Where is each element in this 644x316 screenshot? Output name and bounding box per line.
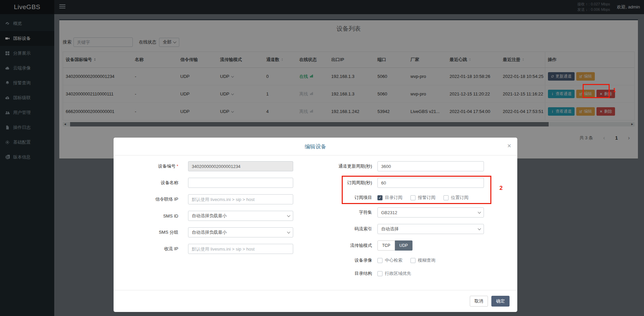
checkbox-label: 位置订阅 <box>451 195 468 201</box>
checkbox-label: 报警订阅 <box>418 195 435 201</box>
field-input-设备名称[interactable] <box>188 178 293 188</box>
form-row: 流传输模式TCPUDP <box>304 240 517 251</box>
field-select-字符集[interactable]: GB2312 <box>377 207 484 218</box>
field-select-SMS ID[interactable]: 自动选择负载最小 <box>188 211 293 221</box>
checkbox-option[interactable]: ✓目录订阅 <box>377 195 402 201</box>
form-row: 码流索引自动选择 <box>304 224 517 234</box>
select-value: 自动选择 <box>381 226 399 232</box>
field-label: 设备编号* <box>122 163 178 169</box>
checkbox-icon[interactable] <box>377 258 382 263</box>
edit-device-modal: 编辑设备 × 设备编号*设备名称信令联络 IPSMS ID自动选择负载最小SMS… <box>114 138 517 312</box>
form-row: 字符集GB2312 <box>304 207 517 218</box>
field-label: 信令联络 IP <box>122 196 178 202</box>
checkbox-icon[interactable] <box>410 258 416 263</box>
checkbox-icon[interactable] <box>410 195 416 200</box>
field-label: SMS ID <box>122 213 178 219</box>
field-label: 字符集 <box>304 209 372 216</box>
field-input-信令联络 IP[interactable] <box>188 194 293 204</box>
field-label: 设备名称 <box>122 180 178 186</box>
cancel-button[interactable]: 取消 <box>470 296 488 307</box>
form-row: 信令联络 IP <box>122 194 304 204</box>
checkbox-option[interactable]: 位置订阅 <box>443 195 468 201</box>
confirm-button[interactable]: 确定 <box>491 296 510 307</box>
checkbox-group: 行政区域优先 <box>377 270 411 277</box>
close-icon[interactable]: × <box>507 142 511 149</box>
field-label: 码流索引 <box>304 226 372 232</box>
form-row: 订阅周期(秒) <box>304 178 517 188</box>
form-row: 设备名称 <box>122 178 304 188</box>
form-row: 通道更新周期(秒) <box>304 161 517 171</box>
checkbox-label: 模糊查询 <box>418 257 435 263</box>
checkbox-option[interactable]: 报警订阅 <box>410 195 435 201</box>
field-label: 收流 IP <box>122 246 178 252</box>
select-value: GB2312 <box>381 210 397 215</box>
segment-TCP[interactable]: TCP <box>377 240 395 251</box>
field-label: 目录结构 <box>304 270 372 277</box>
annotation-label-2: 2 <box>499 185 502 192</box>
checkbox-icon[interactable] <box>377 271 382 276</box>
field-label: 订阅周期(秒) <box>304 180 372 186</box>
field-input-设备编号[interactable] <box>188 161 293 171</box>
field-label: 流传输模式 <box>304 242 372 249</box>
checkbox-label: 行政区域优先 <box>385 270 411 277</box>
field-select-SMS 分组[interactable]: 自动选择负载最小 <box>188 227 293 237</box>
field-label: 通道更新周期(秒) <box>304 163 372 169</box>
modal-title: 编辑设备 <box>114 138 517 155</box>
modal-header: 编辑设备 × <box>114 138 517 155</box>
checkbox-option[interactable]: 行政区域优先 <box>377 270 411 277</box>
modal-body: 设备编号*设备名称信令联络 IPSMS ID自动选择负载最小SMS 分组自动选择… <box>114 155 517 283</box>
field-input-通道更新周期(秒)[interactable] <box>377 161 484 171</box>
checkbox-group: ✓目录订阅报警订阅位置订阅 <box>377 195 468 201</box>
field-select-码流索引[interactable]: 自动选择 <box>377 224 484 234</box>
form-row: SMS ID自动选择负载最小 <box>122 211 304 221</box>
form-row: 目录结构行政区域优先 <box>304 270 517 277</box>
field-label: 订阅项目 <box>304 195 372 201</box>
field-label: 设备录像 <box>304 257 372 263</box>
segmented-control: TCPUDP <box>377 240 412 251</box>
field-input-订阅周期(秒)[interactable] <box>377 178 484 188</box>
checkbox-option[interactable]: 模糊查询 <box>410 257 435 263</box>
checkbox-label: 目录订阅 <box>385 195 402 201</box>
checkbox-group: 中心检索模糊查询 <box>377 257 435 263</box>
segment-UDP[interactable]: UDP <box>395 240 412 251</box>
form-row: 收流 IP <box>122 244 304 254</box>
field-input-收流 IP[interactable] <box>188 244 293 254</box>
annotation-label-1: 1 <box>613 87 616 93</box>
form-row: 设备录像中心检索模糊查询 <box>304 257 517 264</box>
form-row: 设备编号* <box>122 161 304 171</box>
select-value: 自动选择负载最小 <box>192 229 227 235</box>
modal-footer: 取消 确定 <box>114 290 517 312</box>
select-value: 自动选择负载最小 <box>192 213 227 219</box>
required-asterisk: * <box>177 164 178 169</box>
checkbox-option[interactable]: 中心检索 <box>377 257 402 263</box>
checkbox-icon[interactable]: ✓ <box>377 195 382 200</box>
form-row: 订阅项目✓目录订阅报警订阅位置订阅 <box>304 194 517 201</box>
checkbox-label: 中心检索 <box>385 257 402 263</box>
checkbox-icon[interactable] <box>443 195 449 200</box>
form-row: SMS 分组自动选择负载最小 <box>122 227 304 237</box>
field-label: SMS 分组 <box>122 229 178 235</box>
